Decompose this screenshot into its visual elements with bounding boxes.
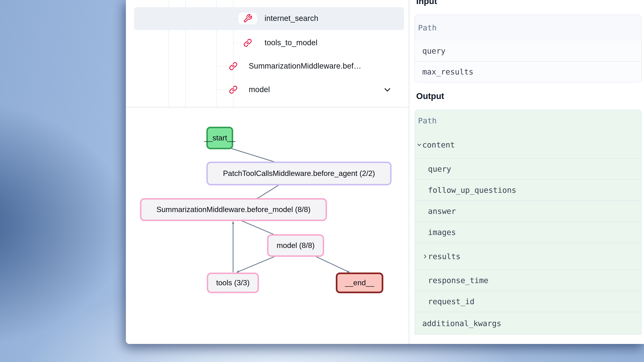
tree-row-summarizationmiddleware-bef-[interactable]: SummarizationMiddleware.bef… (126, 57, 409, 75)
tree-row-label: model (249, 85, 270, 94)
graph-node-patch[interactable]: PatchToolCallsMiddleware.before_agent (2… (207, 162, 391, 185)
output-row-request_id[interactable]: request_id (415, 291, 641, 312)
output-table: Path contentqueryfollow_up_questionsansw… (414, 110, 642, 335)
desktop: { "trace_panel": { "items": [ {"label": … (0, 0, 644, 362)
graph-node-tools[interactable]: tools (3/3) (208, 273, 258, 292)
graph-node-summ[interactable]: SummarizationMiddleware.before_model (8/… (141, 199, 326, 220)
path-cell: follow_up_questions (428, 186, 516, 195)
input-row-query[interactable]: query (415, 40, 641, 61)
output-row-additional_kwargs[interactable]: additional_kwargs (415, 312, 641, 335)
tree-row-tools-to-model[interactable]: tools_to_model (126, 34, 409, 52)
graph-edge (237, 256, 276, 272)
tree-connector (233, 43, 243, 43)
output-row-results[interactable]: results (415, 243, 641, 270)
output-heading: Output (416, 91, 444, 101)
tree-row-internet-search[interactable]: internet_search (126, 9, 409, 27)
graph-node-label: model (8/8) (276, 241, 314, 250)
path-cell: additional_kwargs (422, 319, 501, 328)
io-inspector-panel: Input Path querymax_results Output Path … (409, 0, 644, 344)
tree-row-model[interactable]: model (126, 80, 409, 99)
chevron-down-icon[interactable] (383, 85, 392, 94)
tree-row-label: tools_to_model (264, 38, 318, 47)
run-tree-and-graph-section: internet_searchtools_to_modelSummarizati… (126, 0, 409, 344)
path-cell: request_id (428, 297, 474, 306)
chain-link-icon (228, 85, 238, 94)
input-path-header: Path (415, 15, 641, 40)
chain-link-icon (228, 61, 238, 71)
graph-node-label: SummarizationMiddleware.before_model (8/… (156, 205, 311, 214)
path-cell: images (428, 228, 456, 237)
tree-row-label: internet_search (264, 14, 318, 23)
graph-edge (240, 220, 277, 236)
trace-window: internet_searchtools_to_modelSummarizati… (126, 0, 644, 344)
input-table: Path querymax_results (414, 14, 642, 82)
chevron-right-icon[interactable] (422, 254, 428, 259)
graph-node-label: __start__ (204, 134, 236, 142)
agent-graph-canvas: __start__PatchToolCallsMiddleware.before… (126, 107, 409, 344)
run-tree-panel: internet_searchtools_to_modelSummarizati… (126, 0, 409, 107)
path-cell: content (422, 140, 455, 149)
graph-edge (315, 256, 350, 272)
graph-node-label: PatchToolCallsMiddleware.before_agent (2… (223, 169, 375, 178)
graph-node-end[interactable]: __end__ (336, 273, 382, 292)
chevron-down-icon[interactable] (416, 142, 422, 147)
path-cell: max_results (422, 67, 474, 76)
tree-connector (216, 89, 228, 90)
graph-node-label: tools (3/3) (216, 279, 250, 287)
graph-edge (256, 185, 279, 199)
path-cell: query (422, 46, 446, 55)
path-cell: answer (428, 207, 456, 216)
input-row-max_results[interactable]: max_results (415, 61, 641, 82)
graph-node-start[interactable]: __start__ (204, 127, 236, 149)
tool-wrench-icon (238, 12, 257, 24)
tree-connector (216, 66, 228, 66)
output-row-response_time[interactable]: response_time (415, 270, 641, 291)
tree-row-label: SummarizationMiddleware.bef… (249, 62, 362, 70)
input-heading: Input (416, 0, 437, 6)
output-row-follow_up_questions[interactable]: follow_up_questions (415, 179, 641, 200)
graph-edge (232, 149, 278, 163)
path-cell: results (428, 252, 460, 261)
path-cell: query (428, 165, 451, 173)
graph-node-model[interactable]: model (8/8) (268, 235, 324, 256)
graph-node-label: __end__ (345, 279, 374, 287)
output-row-query[interactable]: query (415, 158, 641, 179)
chain-link-icon (243, 38, 252, 47)
output-row-images[interactable]: images (415, 222, 641, 243)
output-path-header: Path (415, 110, 641, 131)
path-cell: response_time (428, 276, 488, 285)
output-row-answer[interactable]: answer (415, 200, 641, 222)
output-row-content[interactable]: content (415, 131, 641, 158)
